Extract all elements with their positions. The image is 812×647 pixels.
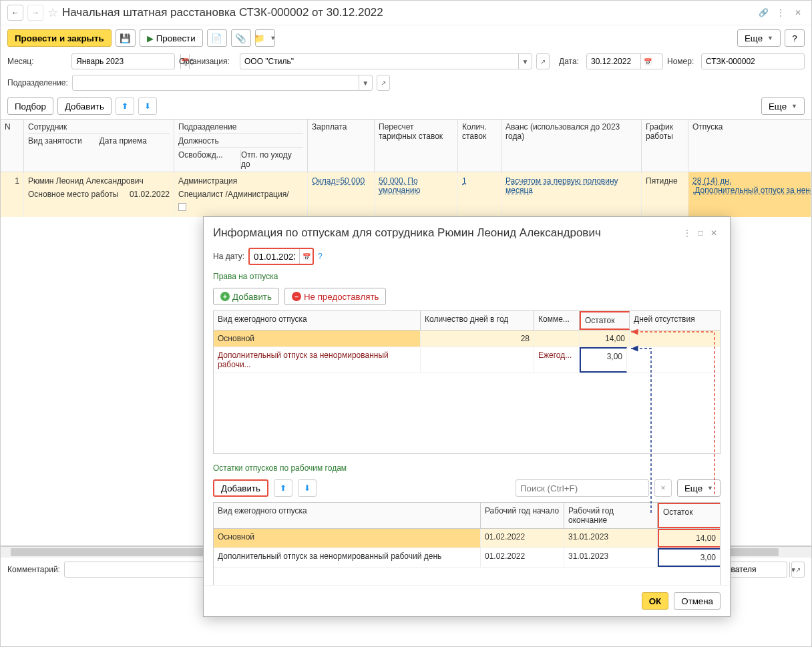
move-up-button[interactable]: ⬆ <box>116 97 134 115</box>
post-close-button[interactable]: Провести и закрыть <box>7 29 112 47</box>
col-hire-date[interactable]: Дата приема <box>99 136 170 146</box>
clear-search-button[interactable]: × <box>654 479 672 497</box>
col-salary[interactable]: Зарплата <box>308 120 375 172</box>
col-vac-type[interactable]: Вид ежегодного отпуска <box>214 503 481 528</box>
main-toolbar: Провести и закрыть 💾 ▶Провести 📄 📎 📁▼ Ещ… <box>1 25 811 51</box>
balances-more-button[interactable]: Еще▼ <box>677 479 721 497</box>
rights-grid-header: Вид ежегодного отпуска Количество дней в… <box>214 311 720 331</box>
link-icon[interactable]: 🔗 <box>757 6 770 19</box>
vacation-info-dialog: Информация по отпускам для сотрудника Рю… <box>203 216 731 617</box>
col-balance[interactable]: Остаток <box>580 311 630 330</box>
kebab-icon[interactable]: ⋮ <box>774 6 787 19</box>
main-window: ← → ☆ Начальная штатная расстановка СТЗК… <box>0 0 812 647</box>
not-grant-button[interactable]: –Не предоставлять <box>284 288 387 305</box>
month-label: Месяц: <box>7 57 67 66</box>
vacation-link[interactable]: 28 (14) дн. <box>692 176 731 186</box>
form-row-2: Подразделение: ▼ ↗ <box>1 72 811 93</box>
dropdown-icon[interactable]: ▼ <box>518 54 532 69</box>
grid-header: N Сотрудник Вид занятости Дата приема По… <box>1 120 811 172</box>
advance-link[interactable]: Расчетом за первую половину месяца <box>505 176 618 195</box>
resp-open-icon[interactable]: ↗ <box>791 562 805 578</box>
dialog-close-icon[interactable]: ✕ <box>707 226 721 240</box>
col-days[interactable]: Количество дней в год <box>421 311 534 330</box>
dropdown-icon[interactable]: ▼ <box>359 75 372 90</box>
dialog-kebab-icon[interactable]: ⋮ <box>680 226 694 240</box>
move-up-button[interactable]: ⬆ <box>274 479 292 497</box>
move-down-button[interactable]: ⬇ <box>298 479 317 497</box>
doc-button[interactable]: 📄 <box>207 29 227 47</box>
add-balance-button[interactable]: Добавить <box>213 479 268 497</box>
save-button[interactable]: 💾 <box>116 29 136 47</box>
salary-link[interactable]: Оклад=50 000 <box>312 176 365 186</box>
dept-input[interactable]: ▼ <box>72 75 373 91</box>
org-label: Организация: <box>179 57 236 66</box>
col-advance[interactable]: Аванс (использовался до 2023 года) <box>501 120 642 172</box>
folder-button[interactable]: 📁▼ <box>255 29 275 47</box>
col-absent[interactable]: Дней отсутствия <box>630 311 720 330</box>
favorite-icon[interactable]: ☆ <box>47 5 58 20</box>
calendar-icon[interactable]: 📅 <box>299 249 313 264</box>
on-date-label: На дату: <box>213 252 244 261</box>
col-balance[interactable]: Остаток <box>658 503 720 528</box>
window-title: Начальная штатная расстановка СТЗК-00000… <box>62 6 753 19</box>
balance-row[interactable]: Основной 01.02.2022 31.01.2023 14,00 <box>214 529 720 548</box>
add-button[interactable]: Добавить <box>57 97 112 115</box>
col-vacations[interactable]: Отпуска <box>688 120 811 172</box>
help-link[interactable]: ? <box>318 252 323 261</box>
col-n[interactable]: N <box>1 120 24 172</box>
post-button[interactable]: ▶Провести <box>140 29 203 47</box>
col-year-end[interactable]: Рабочий год окончание <box>564 503 658 528</box>
vacation-link-2[interactable]: ,Дополнительный отпуск за ненормированны… <box>692 186 811 195</box>
table-row[interactable]: 1 Рюмин Леонид Александрович Основное ме… <box>1 172 811 217</box>
col-employee[interactable]: Сотрудник Вид занятости Дата приема <box>24 120 174 172</box>
rights-grid: Вид ежегодного отпуска Количество дней в… <box>213 310 721 454</box>
grid-more-button[interactable]: Еще▼ <box>761 97 805 115</box>
dept-open-icon[interactable]: ↗ <box>377 75 390 91</box>
balance-row[interactable]: Дополнительный отпуск за ненормированный… <box>214 548 720 568</box>
cancel-button[interactable]: Отмена <box>674 592 721 610</box>
rights-grid-body[interactable] <box>214 373 720 453</box>
col-schedule[interactable]: График работы <box>642 120 688 172</box>
attach-button[interactable]: 📎 <box>231 29 251 47</box>
dept-label: Подразделение: <box>7 78 68 87</box>
rate-link[interactable]: 1 <box>462 176 467 186</box>
date-input[interactable]: 📅 <box>586 53 663 69</box>
org-input[interactable]: ▼ <box>240 53 532 69</box>
search-input[interactable] <box>516 479 649 497</box>
number-input[interactable] <box>701 53 805 69</box>
balances-grid: Вид ежегодного отпуска Рабочий год начал… <box>213 502 721 585</box>
help-button[interactable]: ? <box>785 29 805 47</box>
comment-label: Комментарий: <box>7 565 60 574</box>
forward-button[interactable]: → <box>27 5 43 21</box>
more-button[interactable]: Еще▼ <box>737 29 781 47</box>
col-comment[interactable]: Комме... <box>534 311 580 330</box>
org-open-icon[interactable]: ↗ <box>536 53 550 69</box>
col-dept[interactable]: Подразделение Должность Освобожд... Отп.… <box>174 120 308 172</box>
rights-row[interactable]: Основной 28 14,00 <box>214 331 720 347</box>
rights-section-title: Права на отпуска <box>213 268 721 285</box>
recalc-link[interactable]: 50 000, По умолчанию <box>379 176 421 195</box>
released-checkbox[interactable] <box>178 203 186 211</box>
calendar-icon[interactable]: 📅 <box>640 54 654 69</box>
add-right-button[interactable]: +Добавить <box>213 288 279 305</box>
grid-toolbar: Подбор Добавить ⬆ ⬇ Еще▼ <box>1 93 811 119</box>
ok-button[interactable]: ОК <box>642 592 669 610</box>
balances-section-title: Остатки отпусков по рабочим годам <box>213 459 721 477</box>
col-year-start[interactable]: Рабочий год начало <box>481 503 564 528</box>
col-released[interactable]: Освобожд... <box>178 150 241 169</box>
col-recalc[interactable]: Пересчет тарифных ставок <box>375 120 458 172</box>
col-vac-type[interactable]: Вид ежегодного отпуска <box>214 311 421 330</box>
close-icon[interactable]: ✕ <box>791 6 805 19</box>
pick-button[interactable]: Подбор <box>7 97 53 115</box>
col-rate-qty[interactable]: Колич. ставок <box>458 120 501 172</box>
rights-row[interactable]: Дополнительный отпуск за ненормированный… <box>214 347 720 373</box>
col-leave-until[interactable]: Отп. по уходу до <box>241 150 303 169</box>
balances-grid-body[interactable] <box>214 568 720 585</box>
move-down-button[interactable]: ⬇ <box>138 97 157 115</box>
dialog-maximize-icon[interactable]: □ <box>694 226 707 240</box>
col-employment[interactable]: Вид занятости <box>28 136 99 146</box>
month-input[interactable]: 📅 ▲▼ <box>71 53 175 69</box>
on-date-input[interactable]: 📅 <box>248 248 314 265</box>
back-button[interactable]: ← <box>7 5 23 21</box>
dialog-footer: ОК Отмена <box>204 585 730 616</box>
